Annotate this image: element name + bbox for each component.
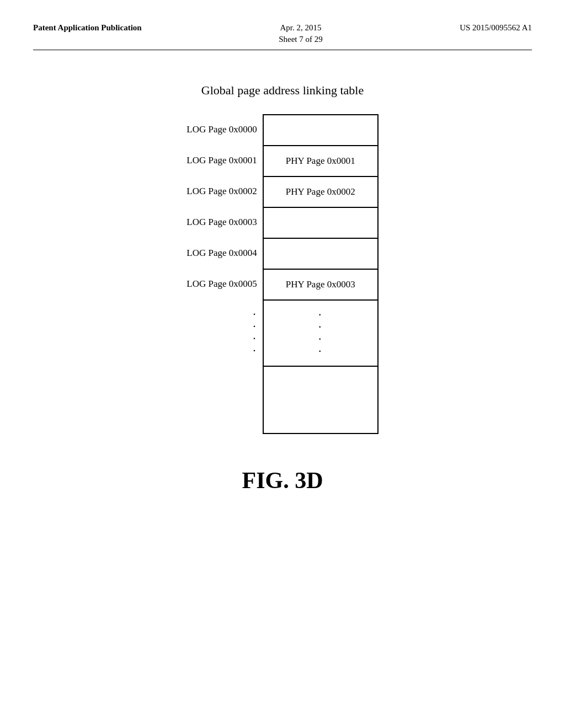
publication-label: Patent Application Publication [33,23,142,32]
page-header: Patent Application Publication Apr. 2, 2… [33,22,532,50]
phy-box: PHY Page 0x0001 PHY Page 0x0002 PHY Page… [263,114,379,434]
log-label-4: LOG Page 0x0004 [186,238,262,269]
log-label-ellipsis: ···· [186,299,262,366]
phy-row-5: PHY Page 0x0003 [264,270,377,301]
header-right: US 2015/0095562 A1 [460,22,532,34]
phy-row-3 [264,208,377,239]
phy-row-0 [264,115,377,146]
log-label-0: LOG Page 0x0000 [186,114,262,145]
phy-row-bottom [264,367,377,433]
log-label-5: LOG Page 0x0005 [186,269,262,299]
log-labels: LOG Page 0x0000 LOG Page 0x0001 LOG Page… [186,114,262,366]
phy-row-1: PHY Page 0x0001 [264,146,377,177]
log-label-1: LOG Page 0x0001 [186,145,262,176]
diagram-title: Global page address linking table [201,83,364,98]
phy-row-4 [264,239,377,270]
diagram-area: Global page address linking table LOG Pa… [33,83,532,494]
log-label-3: LOG Page 0x0003 [186,207,262,238]
header-sheet: Sheet 7 of 29 [279,34,323,45]
table-diagram: LOG Page 0x0000 LOG Page 0x0001 LOG Page… [186,114,378,434]
phy-row-ellipsis: ···· [264,301,377,367]
phy-row-2: PHY Page 0x0002 [264,177,377,208]
header-date: Apr. 2, 2015 [279,22,323,34]
patent-number: US 2015/0095562 A1 [460,22,532,34]
log-label-2: LOG Page 0x0002 [186,176,262,207]
figure-label: FIG. 3D [242,467,323,494]
page-container: Patent Application Publication Apr. 2, 2… [0,0,565,728]
header-left: Patent Application Publication [33,22,142,34]
header-center: Apr. 2, 2015 Sheet 7 of 29 [279,22,323,45]
